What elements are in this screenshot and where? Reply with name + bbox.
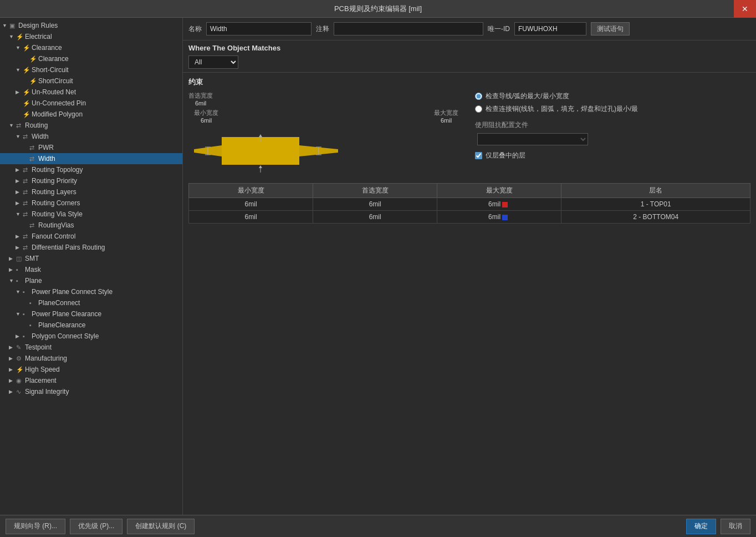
tree-item-label: Testpoint: [25, 343, 52, 351]
tree-item-power-plane-clearance[interactable]: ▼▪Power Plane Clearance: [0, 308, 182, 320]
comment-label: 注释: [316, 24, 329, 34]
tree-arrow: ▶: [9, 378, 14, 383]
tree-icon: ⚡: [23, 111, 29, 118]
tree-item-design-rules[interactable]: ▼▣Design Rules: [0, 20, 182, 31]
tree-item-plane-connect[interactable]: ▪PlaneConnect: [0, 297, 182, 308]
tree-arrow: ▼: [16, 289, 21, 295]
tree-icon: ◉: [16, 377, 23, 384]
constraint-title: 约束: [188, 77, 750, 87]
tree-item-label: Routing: [25, 121, 48, 129]
tree-item-signal-integrity[interactable]: ▶∿Signal Integrity: [0, 386, 182, 397]
diagram-right: 检查导线/弧的最大/最小宽度 检查连接铜(线轨，圆弧，填充，焊盘和过孔)最小/最…: [475, 92, 750, 178]
tree-icon: ▪: [23, 288, 29, 295]
tree-icon: ▪: [16, 277, 23, 284]
tree-item-width-item[interactable]: ⇄Width: [0, 153, 182, 164]
tree-item-routing-topology[interactable]: ▶⇄Routing Topology: [0, 164, 182, 175]
impedance-label: 使用阻抗配置文件: [475, 120, 528, 130]
rules-wizard-button[interactable]: 规则向导 (R)...: [6, 519, 65, 534]
tree-item-mask[interactable]: ▶▪Mask: [0, 264, 182, 275]
tree-icon: ∿: [16, 388, 23, 396]
radio-1[interactable]: [475, 93, 482, 100]
tree-item-modified-polygon[interactable]: ⚡Modified Polygon: [0, 109, 182, 120]
pref-width-cell: 6mil: [313, 198, 437, 211]
col-max-width: 最大宽度: [437, 184, 561, 198]
layer-checkbox[interactable]: [475, 152, 482, 159]
tree-arrow: ▶: [9, 267, 14, 272]
tree-item-routing-vias[interactable]: ⇄RoutingVias: [0, 220, 182, 231]
impedance-select[interactable]: [477, 133, 588, 145]
radio-option-1: 检查导线/弧的最大/最小宽度: [475, 92, 750, 101]
layer-name-cell: 1 - TOP01: [561, 198, 750, 211]
tree-item-placement[interactable]: ▶◉Placement: [0, 375, 182, 386]
tree-item-unrouted-net[interactable]: ▶⚡Un-Routed Net: [0, 87, 182, 98]
tree-item-smt[interactable]: ▶◫SMT: [0, 253, 182, 264]
tree-icon: ▪: [29, 322, 36, 328]
tree-arrow: ▼: [9, 278, 14, 283]
tree-item-testpoint[interactable]: ▶✎Testpoint: [0, 342, 182, 353]
tree-item-routing[interactable]: ▼⇄Routing: [0, 120, 182, 131]
tree-icon: ▪: [29, 300, 36, 306]
test-button[interactable]: 测试语句: [591, 22, 630, 36]
tree-item-power-plane-connect[interactable]: ▼▪Power Plane Connect Style: [0, 286, 182, 297]
tree-arrow: ▼: [16, 311, 21, 317]
tree-item-fanout-control[interactable]: ▶⇄Fanout Control: [0, 231, 182, 242]
create-default-button[interactable]: 创建默认规则 (C): [127, 519, 195, 534]
tree-arrow: ▼: [16, 134, 21, 139]
col-layer-name: 层名: [561, 184, 750, 198]
tree-item-shortcircuit-item[interactable]: ⚡ShortCircuit: [0, 75, 182, 87]
col-pref-width: 首选宽度: [313, 184, 437, 198]
comment-input[interactable]: [334, 22, 483, 36]
tree-item-label: Mask: [25, 266, 41, 273]
tree-item-pwr-item[interactable]: ⇄PWR: [0, 142, 182, 153]
where-section: Where The Object Matches All: [183, 40, 756, 73]
tree-item-clearance-item[interactable]: ⚡Clearance: [0, 53, 182, 64]
tree-item-routing-layers[interactable]: ▶⇄Routing Layers: [0, 186, 182, 197]
tree-arrow: ▶: [16, 234, 21, 239]
checkbox-label: 仅层叠中的层: [486, 151, 525, 160]
tree-arrow: ▼: [16, 211, 21, 217]
tree-item-routing-via-style[interactable]: ▼⇄Routing Via Style: [0, 209, 182, 220]
tree-item-label: Un-Routed Net: [32, 88, 76, 96]
tree-arrow: ▶: [9, 389, 14, 394]
tree-item-electrical[interactable]: ▼⚡Electrical: [0, 31, 182, 42]
right-panel: 名称 注释 唯一-ID 测试语句 Where The Object Matche…: [183, 18, 756, 515]
tree-icon: ⇄: [29, 155, 36, 163]
tree-icon: ⇄: [16, 122, 23, 129]
where-dropdown[interactable]: All: [188, 55, 238, 69]
tree-item-label: Design Rules: [18, 22, 58, 29]
tree-item-routing-corners[interactable]: ▶⇄Routing Corners: [0, 197, 182, 209]
tree-item-polygon-connect[interactable]: ▶▪Polygon Connect Style: [0, 331, 182, 342]
tree-arrow: ▶: [16, 189, 21, 195]
width-table: 最小宽度 首选宽度 最大宽度 层名 6mil 6mil 6mil 1 - TOP…: [188, 183, 750, 224]
tree-arrow: ▼: [16, 45, 21, 50]
tree-item-width-group[interactable]: ▼⇄Width: [0, 131, 182, 142]
confirm-button[interactable]: 确定: [686, 519, 716, 534]
min-width-value: 6mil: [201, 117, 212, 124]
max-width-value: 6mil: [441, 117, 452, 124]
tree-item-diff-pairs[interactable]: ▶⇄Differential Pairs Routing: [0, 242, 182, 253]
radio-2[interactable]: [475, 105, 482, 113]
tree-item-plane[interactable]: ▼▪Plane: [0, 275, 182, 286]
tree-item-short-circuit[interactable]: ▼⚡Short-Circuit: [0, 64, 182, 75]
tree-item-plane-clearance[interactable]: ▪PlaneClearance: [0, 320, 182, 331]
close-button[interactable]: ✕: [734, 0, 756, 18]
tree-item-manufacturing[interactable]: ▶⚙Manufacturing: [0, 353, 182, 364]
bottom-bar: 规则向导 (R)... 优先级 (P)... 创建默认规则 (C) 确定 取消: [0, 515, 756, 537]
radio-option-2: 检查连接铜(线轨，圆弧，填充，焊盘和过孔)最小/最: [475, 104, 750, 114]
tree-item-unconnected-pin[interactable]: ⚡Un-Connected Pin: [0, 98, 182, 109]
priority-button[interactable]: 优先级 (P)...: [70, 519, 122, 534]
tree-icon: ▪: [23, 311, 29, 317]
tree-arrow: ▼: [16, 67, 21, 73]
id-input[interactable]: [514, 22, 586, 36]
name-input[interactable]: [206, 22, 311, 36]
name-label: 名称: [188, 24, 202, 34]
pref-width-cell: 6mil: [313, 211, 437, 224]
tree-item-clearance-group[interactable]: ▼⚡Clearance: [0, 42, 182, 53]
tree-item-high-speed[interactable]: ▶⚡High Speed: [0, 364, 182, 375]
cancel-button[interactable]: 取消: [721, 519, 750, 534]
layer-color: [502, 202, 508, 207]
tree-item-routing-priority[interactable]: ▶⇄Routing Priority: [0, 175, 182, 186]
pref-width-label: 首选宽度: [188, 92, 213, 100]
min-width-cell: 6mil: [189, 211, 313, 224]
tree-item-label: Power Plane Clearance: [32, 310, 101, 318]
